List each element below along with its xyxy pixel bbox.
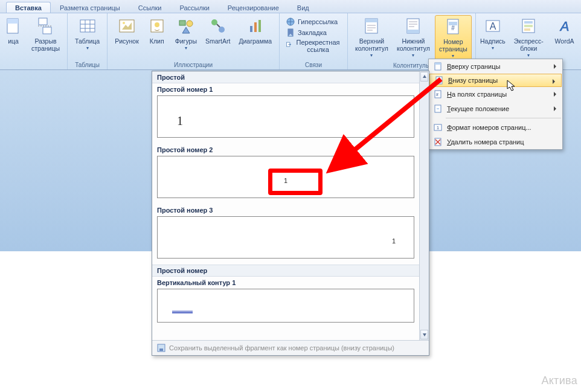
bookmark-label: Закладка <box>298 29 327 36</box>
delete-icon <box>431 137 445 147</box>
svg-rect-16 <box>254 22 257 32</box>
svg-point-11 <box>187 21 193 27</box>
menu-format-label: Формат номеров страниц... <box>445 124 551 131</box>
smartart-button[interactable]: SmartArt <box>202 15 234 46</box>
chart-button[interactable]: Диаграмма <box>235 15 275 46</box>
textbox-button[interactable]: A Надпись ▾ <box>480 15 506 53</box>
svg-rect-35 <box>524 28 530 31</box>
table-label: Таблица <box>75 37 100 45</box>
crossref-label: Перекрестная ссылка <box>295 39 341 53</box>
scroll-up-icon[interactable] <box>420 72 428 82</box>
header-button[interactable]: Верхний колонтитул ▾ <box>351 15 392 60</box>
tab-mailings[interactable]: Рассылки <box>170 2 218 13</box>
menu-remove-page-numbers[interactable]: Удалить номера страниц <box>429 135 562 149</box>
shapes-icon <box>176 16 196 36</box>
cover-page-partial-label: ица <box>8 37 19 45</box>
gallery-item-label: Вертикальный контур 1 <box>152 277 419 288</box>
menu-margins-label: На полях страницы <box>445 91 551 98</box>
clip-icon <box>147 16 167 36</box>
picture-label: Рисунок <box>115 37 139 45</box>
page-break-label: Разрыв страницы <box>31 37 60 52</box>
smartart-label: SmartArt <box>205 37 230 45</box>
svg-text:1: 1 <box>437 125 440 130</box>
preview-number: 1 <box>177 114 183 128</box>
svg-rect-24 <box>365 19 377 22</box>
tab-review[interactable]: Рецензирование <box>219 2 288 13</box>
menu-current-label: Текущее положение <box>445 105 551 112</box>
hyperlink-label: Гиперссылка <box>298 18 338 25</box>
tab-strip: Вставка Разметка страницы Ссылки Рассылк… <box>0 0 581 13</box>
footer-label: Нижний колонтитул <box>397 37 430 52</box>
svg-rect-34 <box>524 25 533 27</box>
activation-watermark: Актива <box>541 374 577 387</box>
quickparts-button[interactable]: Экспресс-блоки ▾ <box>507 15 550 60</box>
gallery-item-simple-2[interactable]: 1 <box>157 156 414 198</box>
picture-icon <box>117 16 136 36</box>
page-number-button[interactable]: # Номер страницы ▾ <box>435 15 472 62</box>
svg-marker-22 <box>290 43 291 45</box>
arrow-right-icon <box>553 79 557 84</box>
page-bottom-icon <box>432 76 446 85</box>
svg-point-9 <box>155 22 159 27</box>
crossref-button[interactable]: Перекрестная ссылка <box>283 38 344 54</box>
footer-button[interactable]: Нижний колонтитул ▾ <box>393 15 434 60</box>
table-button[interactable]: Таблица ▾ <box>71 15 103 53</box>
menu-remove-label: Удалить номера страниц <box>445 138 551 146</box>
format-icon: 1 <box>431 123 445 132</box>
svg-rect-51 <box>159 349 163 351</box>
cover-page-partial[interactable]: ица <box>0 15 27 46</box>
svg-rect-33 <box>524 21 533 24</box>
bookmark-icon <box>286 28 295 37</box>
scroll-down-icon[interactable] <box>420 330 428 339</box>
page-number-menu: Вверху страницы Внизу страницы # На поля… <box>428 59 563 150</box>
group-pages-caption <box>0 68 63 69</box>
save-fragment-icon <box>156 343 167 353</box>
gallery-section-simple: Простой <box>152 71 419 83</box>
wordart-button[interactable]: A WordA <box>551 15 578 46</box>
tab-insert[interactable]: Вставка <box>6 2 51 13</box>
svg-text:A: A <box>490 21 496 31</box>
hyperlink-button[interactable]: Гиперссылка <box>283 16 344 27</box>
menu-page-margins[interactable]: # На полях страницы <box>429 87 562 101</box>
tab-page-layout[interactable]: Разметка страницы <box>51 2 129 13</box>
page-top-icon <box>431 62 445 71</box>
picture-button[interactable]: Рисунок <box>111 15 143 46</box>
gallery-item-label: Простой номер 2 <box>152 144 419 155</box>
textbox-icon: A <box>483 16 502 36</box>
svg-rect-44 <box>437 108 439 109</box>
svg-marker-49 <box>423 333 426 336</box>
chevron-down-icon: ▾ <box>492 45 494 52</box>
page-break-button[interactable]: Разрыв страницы <box>28 15 63 53</box>
gallery-item-label: Простой номер 1 <box>152 83 419 94</box>
tab-view[interactable]: Вид <box>288 2 318 13</box>
arrow-right-icon <box>554 64 559 69</box>
tab-references[interactable]: Ссылки <box>129 2 171 13</box>
menu-top-of-page[interactable]: Вверху страницы <box>429 59 562 74</box>
preview-bar <box>172 310 193 313</box>
menu-top-label: Вверху страницы <box>445 63 551 70</box>
shapes-button[interactable]: Фигуры ▾ <box>172 15 201 53</box>
bookmark-button[interactable]: Закладка <box>283 27 344 38</box>
menu-format-page-numbers[interactable]: 1 Формат номеров страниц... <box>429 120 562 135</box>
wordart-label: WordA <box>555 37 574 45</box>
svg-point-7 <box>123 22 125 24</box>
chart-label: Диаграмма <box>239 37 272 45</box>
quickparts-icon <box>519 16 538 36</box>
svg-rect-10 <box>179 21 185 25</box>
gallery-item-simple-3[interactable]: 1 <box>157 216 414 259</box>
gallery-item-simple-1[interactable]: 1 <box>157 95 414 138</box>
svg-rect-26 <box>407 30 419 33</box>
svg-rect-3 <box>43 27 51 34</box>
menu-current-position[interactable]: Текущее положение <box>429 101 562 116</box>
svg-rect-1 <box>7 19 18 24</box>
group-illustrations-caption: Иллюстрации <box>111 61 275 69</box>
svg-text:A: A <box>559 19 569 34</box>
gallery-item-vertical-1[interactable] <box>157 289 414 323</box>
menu-bottom-of-page[interactable]: Внизу страницы <box>429 74 562 87</box>
gallery-scrollbar[interactable] <box>419 71 429 340</box>
gallery-save-selection[interactable]: Сохранить выделенный фрагмент как номер … <box>152 340 429 355</box>
clip-button[interactable]: Клип <box>144 15 170 46</box>
footer-icon <box>403 16 423 36</box>
preview-number: 1 <box>284 177 287 184</box>
chevron-down-icon: ▾ <box>370 52 373 59</box>
